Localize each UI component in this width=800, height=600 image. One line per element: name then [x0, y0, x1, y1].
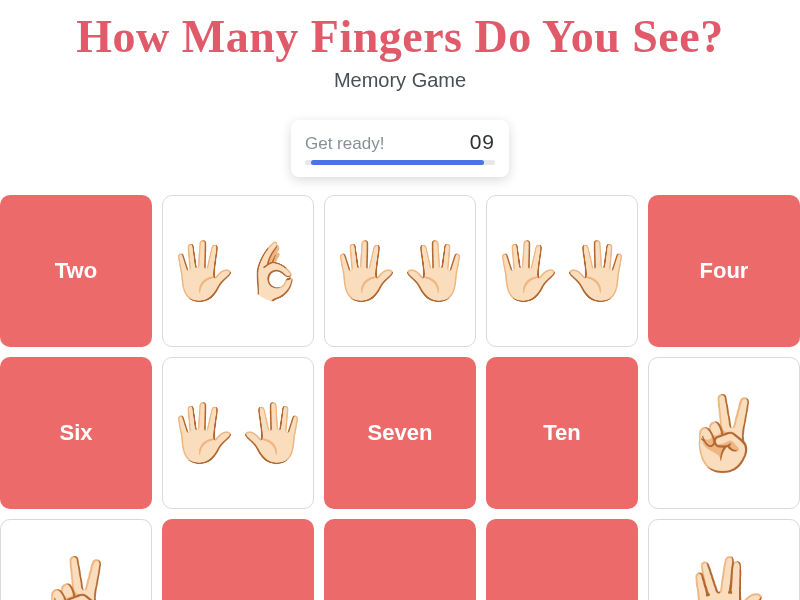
- hand-icon: ✌🏻: [679, 397, 769, 469]
- hand-icon: 🖐🏻: [329, 243, 399, 299]
- word-card[interactable]: Six: [0, 357, 152, 509]
- status-card: Get ready! 09: [291, 120, 509, 177]
- hand-icon: ✌🏻: [31, 559, 121, 600]
- four-fingers-icon: 🖖🏻: [679, 559, 769, 600]
- hand-icon: 🖐🏻: [167, 243, 237, 299]
- two-fingers-icon: ✌🏻: [31, 559, 121, 600]
- picture-card[interactable]: ✌🏻: [648, 357, 800, 509]
- two-fingers-icon: ✌🏻: [679, 397, 769, 469]
- card-label: Four: [700, 258, 749, 284]
- card-label: Ten: [543, 420, 580, 446]
- hand-icon: 🖖🏻: [679, 559, 769, 600]
- picture-card[interactable]: ✌🏻: [0, 519, 152, 600]
- ten-fingers-icon: 🖐🏻🖐🏻: [167, 405, 309, 461]
- ten-fingers-icon: 🖐🏻🖐🏻: [329, 243, 471, 299]
- word-card[interactable]: Two: [0, 195, 152, 347]
- countdown-value: 09: [470, 130, 495, 154]
- picture-card[interactable]: 🖐🏻🖐🏻: [486, 195, 638, 347]
- hand-icon: 🖐🏻: [401, 243, 471, 299]
- card-label: Two: [55, 258, 97, 284]
- picture-card[interactable]: 🖐🏻🖐🏻: [162, 357, 314, 509]
- word-card[interactable]: [162, 519, 314, 600]
- picture-card[interactable]: 🖐🏻🖐🏻: [324, 195, 476, 347]
- page-subtitle: Memory Game: [0, 69, 800, 92]
- word-card[interactable]: Ten: [486, 357, 638, 509]
- progress-bar: [305, 160, 495, 165]
- picture-card[interactable]: 🖖🏻: [648, 519, 800, 600]
- progress-fill: [311, 160, 484, 165]
- hand-icon: 👌🏻: [239, 243, 309, 299]
- card-label: Six: [59, 420, 92, 446]
- card-grid: Two🖐🏻👌🏻🖐🏻🖐🏻🖐🏻🖐🏻FourSix🖐🏻🖐🏻SevenTen✌🏻✌🏻🖖🏻: [0, 195, 800, 600]
- card-label: Seven: [368, 420, 433, 446]
- hand-icon: 🖐🏻: [239, 405, 309, 461]
- picture-card[interactable]: 🖐🏻👌🏻: [162, 195, 314, 347]
- word-card[interactable]: [486, 519, 638, 600]
- hand-icon: 🖐🏻: [491, 243, 561, 299]
- word-card[interactable]: Seven: [324, 357, 476, 509]
- word-card[interactable]: [324, 519, 476, 600]
- ten-fingers-icon: 🖐🏻🖐🏻: [491, 243, 633, 299]
- word-card[interactable]: Four: [648, 195, 800, 347]
- status-label: Get ready!: [305, 134, 384, 154]
- hand-icon: 🖐🏻: [563, 243, 633, 299]
- hand-icon: 🖐🏻: [167, 405, 237, 461]
- eight-fingers-icon: 🖐🏻👌🏻: [167, 243, 309, 299]
- page-title: How Many Fingers Do You See?: [0, 10, 800, 63]
